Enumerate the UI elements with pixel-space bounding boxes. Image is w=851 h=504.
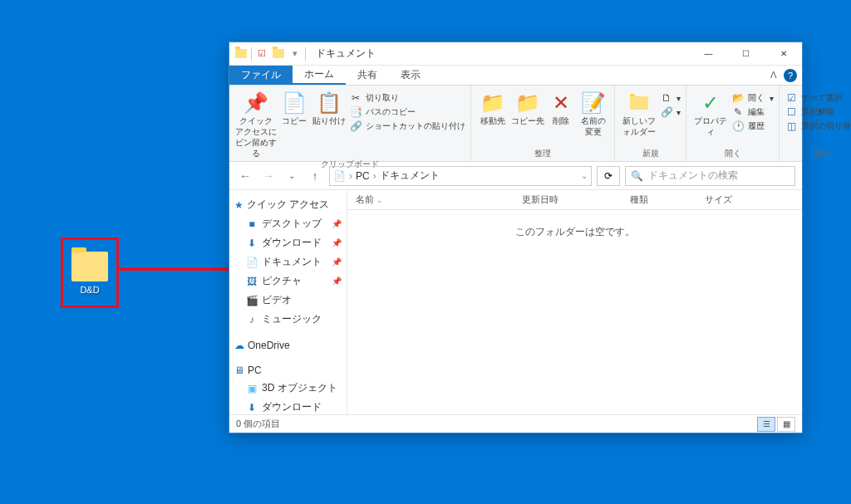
copy-path-button[interactable]: 📑パスのコピー: [349, 106, 465, 118]
sidebar-item-3d[interactable]: ▣3D オブジェクト: [229, 379, 347, 398]
status-item-count: 0 個の項目: [236, 418, 280, 430]
sidebar-quick-access[interactable]: ★クイック アクセス: [229, 195, 347, 214]
explorer-window: ☑ ▾ ドキュメント — ☐ ✕ ファイル ホーム 共有 表示 ᐱ ? 📌クイッ…: [229, 42, 803, 433]
col-size[interactable]: サイズ: [696, 193, 763, 206]
menubar: ファイル ホーム 共有 表示 ᐱ ?: [229, 66, 802, 86]
easy-access-button[interactable]: 🔗▾: [660, 106, 681, 118]
copy-to-button[interactable]: 📁コピー先: [511, 87, 544, 126]
sidebar-item-videos[interactable]: 🎬ビデオ: [229, 291, 347, 310]
ribbon-group-clipboard: 📌クイック アクセスにピン留めする 📄コピー 📋貼り付け ✂切り取り 📑パスのコ…: [229, 86, 471, 161]
copy-icon: 📄: [282, 91, 307, 115]
new-folder-icon: [630, 91, 648, 115]
ribbon-group-select: ☑すべて選択 ☐選択解除 ◫選択の切り替え 選択: [780, 86, 851, 161]
pin-icon: 📌: [332, 219, 342, 228]
pin-icon: 📌: [332, 276, 342, 286]
properties-icon: ✓: [702, 91, 719, 115]
statusbar: 0 個の項目 ☰ ▦: [229, 414, 802, 433]
select-none-button[interactable]: ☐選択解除: [785, 106, 851, 118]
minimize-button[interactable]: —: [690, 42, 727, 66]
new-item-icon: 🗋: [660, 92, 673, 104]
paste-shortcut-button[interactable]: 🔗ショートカットの貼り付け: [349, 120, 465, 132]
new-folder-button[interactable]: 新しいフォルダー: [620, 87, 658, 137]
close-button[interactable]: ✕: [765, 42, 802, 66]
tab-file[interactable]: ファイル: [229, 66, 293, 85]
titlebar: ☑ ▾ ドキュメント — ☐ ✕: [229, 42, 802, 66]
up-button[interactable]: ↑: [306, 167, 324, 185]
help-icon[interactable]: ?: [784, 69, 797, 82]
sidebar-item-downloads2[interactable]: ⬇ダウンロード: [229, 398, 347, 414]
addressbar: ← → ⌄ ↑ 📄 › PC › ドキュメント ⌄ ⟳ 🔍 ドキュメントの検索: [229, 162, 802, 190]
path-icon: 📑: [349, 106, 362, 118]
view-details-button[interactable]: ☰: [757, 417, 775, 432]
rename-icon: 📝: [581, 91, 606, 115]
refresh-button[interactable]: ⟳: [597, 166, 620, 186]
empty-folder-message: このフォルダーは空です。: [347, 210, 802, 414]
window-title: ドキュメント: [316, 46, 376, 61]
move-icon: 📁: [480, 91, 505, 115]
chevron-down-icon[interactable]: ⌄: [581, 171, 588, 180]
col-name[interactable]: 名前 ⌄: [347, 193, 514, 206]
back-button[interactable]: ←: [236, 167, 254, 185]
sidebar-item-pictures[interactable]: 🖼ピクチャ📌: [229, 272, 347, 291]
select-all-icon: ☑: [785, 92, 798, 104]
sidebar-item-downloads[interactable]: ⬇ダウンロード📌: [229, 233, 347, 252]
tab-home[interactable]: ホーム: [293, 66, 346, 85]
address-input[interactable]: 📄 › PC › ドキュメント ⌄: [329, 166, 592, 186]
edit-button[interactable]: ✎編集: [731, 106, 774, 118]
sidebar: ★クイック アクセス ■デスクトップ📌 ⬇ダウンロード📌 📄ドキュメント📌 🖼ピ…: [229, 190, 347, 414]
delete-button[interactable]: ✕削除: [546, 87, 576, 126]
open-button[interactable]: 📂開く▾: [731, 92, 774, 104]
search-input[interactable]: 🔍 ドキュメントの検索: [625, 166, 795, 186]
pin-icon: 📌: [332, 238, 342, 247]
desktop-icon-label: D&D: [80, 285, 99, 295]
sidebar-item-music[interactable]: ♪ミュージック: [229, 310, 347, 329]
tab-view[interactable]: 表示: [389, 66, 432, 85]
open-icon: 📂: [731, 92, 745, 104]
invert-selection-button[interactable]: ◫選択の切り替え: [785, 120, 851, 132]
cut-icon: ✂: [349, 92, 362, 104]
paste-icon: 📋: [317, 91, 342, 115]
paste-button[interactable]: 📋貼り付け: [311, 87, 347, 126]
qa-icon-1[interactable]: ☑: [255, 47, 268, 61]
sidebar-item-desktop[interactable]: ■デスクトップ📌: [229, 214, 347, 233]
column-headers: 名前 ⌄ 更新日時 種類 サイズ: [347, 190, 802, 210]
history-button[interactable]: 🕐履歴: [731, 120, 774, 132]
col-type[interactable]: 種類: [622, 193, 696, 206]
pin-button[interactable]: 📌クイック アクセスにピン留めする: [234, 87, 278, 159]
properties-button[interactable]: ✓プロパティ: [691, 87, 730, 137]
maximize-button[interactable]: ☐: [727, 42, 765, 66]
shortcut-icon: 🔗: [349, 120, 362, 132]
recent-dropdown[interactable]: ⌄: [283, 167, 301, 185]
copy-button[interactable]: 📄コピー: [279, 87, 309, 126]
edit-icon: ✎: [731, 106, 745, 118]
delete-icon: ✕: [553, 91, 569, 115]
view-icons-button[interactable]: ▦: [777, 417, 795, 432]
tab-share[interactable]: 共有: [346, 66, 389, 85]
col-date[interactable]: 更新日時: [514, 193, 622, 206]
qa-icon-2[interactable]: [272, 47, 285, 61]
sidebar-item-documents[interactable]: 📄ドキュメント📌: [229, 252, 347, 272]
search-icon: 🔍: [631, 170, 643, 182]
select-all-button[interactable]: ☑すべて選択: [785, 92, 851, 104]
desktop-folder-highlighted[interactable]: D&D: [61, 237, 119, 308]
folder-icon: [71, 252, 108, 281]
sidebar-onedrive[interactable]: ☁OneDrive: [229, 337, 347, 354]
folder-icon-small: 📄: [333, 170, 346, 182]
move-to-button[interactable]: 📁移動先: [476, 87, 509, 126]
history-icon: 🕐: [731, 120, 745, 132]
sidebar-pc[interactable]: 🖥PC: [229, 362, 347, 379]
ribbon: 📌クイック アクセスにピン留めする 📄コピー 📋貼り付け ✂切り取り 📑パスのコ…: [229, 86, 802, 162]
pin-icon: 📌: [243, 91, 268, 115]
collapse-ribbon-icon[interactable]: ᐱ: [770, 70, 777, 81]
ribbon-group-organize: 📁移動先 📁コピー先 ✕削除 📝名前の変更 整理: [471, 86, 615, 161]
new-item-button[interactable]: 🗋▾: [660, 92, 681, 104]
pin-icon: 📌: [332, 257, 342, 267]
copyto-icon: 📁: [515, 91, 540, 115]
rename-button[interactable]: 📝名前の変更: [578, 87, 609, 137]
easy-icon: 🔗: [660, 106, 673, 118]
folder-app-icon: [234, 47, 248, 61]
cut-button[interactable]: ✂切り取り: [349, 92, 465, 104]
select-none-icon: ☐: [785, 106, 798, 118]
forward-button[interactable]: →: [259, 167, 278, 185]
qa-dropdown-icon[interactable]: ▾: [288, 47, 302, 61]
